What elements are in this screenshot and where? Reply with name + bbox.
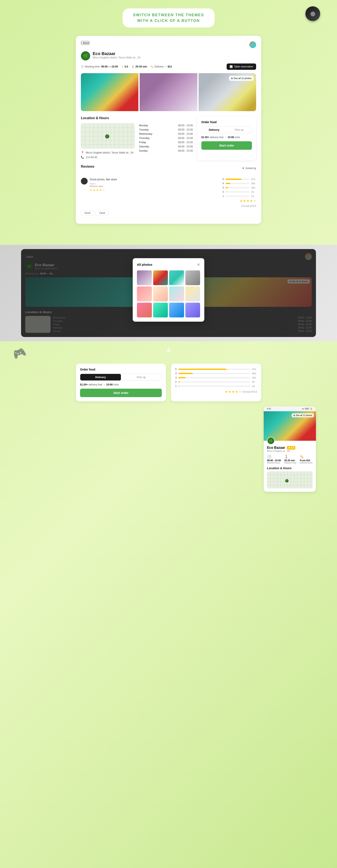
- modal-photo-11[interactable]: [169, 303, 184, 318]
- restaurant-logo: 🌿: [81, 51, 90, 61]
- reviews-section: Reviews ▼ Sorted by Good prices, like st…: [81, 165, 256, 219]
- location-hours-section: Location & Hours 📍 📍 Mirzo-Ulugbek distr…: [81, 116, 193, 160]
- dark-card-wrapper: ‹ Back 🌿 Eco Bazaar Mirzo-Ulugbek distri…: [21, 249, 316, 337]
- rating-bar-fill-comp: [178, 377, 186, 378]
- headline-line1: SWITCH BETWEEN THE THEMES: [133, 13, 204, 17]
- table-reservation-label: Table reservation: [234, 65, 253, 68]
- rating-summary-text: 4.0 out of 5.0: [242, 390, 257, 393]
- delivery-free-label: delivery free: [210, 136, 224, 139]
- delivery-time-range: 10-90: [228, 136, 234, 139]
- rating-bar-fill: [226, 187, 228, 188]
- modal-photo-8[interactable]: [186, 286, 200, 301]
- clear-label: Clear: [99, 212, 105, 214]
- modal-title: All photos: [137, 263, 152, 266]
- working-hours-label: Working time:: [85, 65, 100, 68]
- mobile-dprice-label: Delivery price: [300, 462, 312, 464]
- mobile-delivery-price-stat: 🏷️ From $12 Delivery price: [300, 455, 312, 464]
- all-photos-modal[interactable]: All photos ✕: [133, 258, 204, 322]
- delivery-label: Delivery —: [155, 65, 167, 68]
- rating-bar-row: 2 2%: [223, 190, 256, 193]
- os1: ★: [240, 199, 243, 203]
- grid-icon: ⊞: [231, 77, 233, 80]
- hours-side: Monday08:00 - 23:00Tuesday08:00 - 23:00W…: [139, 123, 193, 160]
- top-decoration-orb: ⬤: [305, 6, 320, 21]
- photo-1[interactable]: [81, 73, 138, 111]
- modal-photo-2[interactable]: [153, 270, 168, 285]
- modal-close-button[interactable]: ✕: [197, 262, 200, 267]
- modal-photo-9[interactable]: [137, 303, 152, 318]
- mobile-stats: 🕐 09:00 - 23:00 Worked hours 🚶 25-35 min…: [267, 455, 312, 464]
- review-actions: Send Clear: [81, 210, 256, 216]
- rating-bar-row-comp: 2 2%: [175, 380, 257, 383]
- back-chevron-icon: ‹: [81, 41, 82, 44]
- address-text: Mirzo-Ulugbek district, Temur Malik str.…: [86, 151, 134, 154]
- overall-rating-text: 4.0 out of 5.0: [223, 205, 256, 208]
- order-title: Order food: [201, 120, 252, 124]
- modal-photo-7[interactable]: [169, 286, 184, 301]
- sort-button[interactable]: ▼ Sorted by: [242, 167, 256, 170]
- modal-photo-10[interactable]: [153, 303, 168, 318]
- rating-bar-fill: [226, 183, 230, 184]
- see-all-photos-button[interactable]: ⊞ See all 12 photos: [229, 76, 254, 81]
- mobile-see-all[interactable]: ⊞ See all 12 photos: [292, 413, 314, 417]
- mobile-clock-icon: 🕐: [267, 455, 281, 459]
- photo-2[interactable]: [140, 73, 197, 111]
- modal-photo-6[interactable]: [153, 286, 168, 301]
- order-comp-title: Order food: [80, 368, 162, 371]
- hours-row: Thursday08:00 - 23:00: [139, 136, 193, 140]
- battery-icon: 🔋: [310, 408, 312, 410]
- rating-bars-comp: 5 67% 4 20% 3 10% 2: [175, 368, 257, 388]
- order-tabs: Delivery Pick up: [80, 374, 162, 381]
- start-order-button[interactable]: Start order: [201, 141, 252, 150]
- deco-section: ★ 🎮: [0, 341, 337, 359]
- theme-headline-box: SWITCH BETWEEN THE THEMES WITH A CLICK O…: [123, 8, 215, 27]
- reviewer-avatar: [81, 178, 88, 185]
- mobile-location-title: Location & Hours: [267, 466, 312, 470]
- hours-row: Tuesday08:00 - 23:00: [139, 128, 193, 132]
- table-icon: ⬜: [230, 65, 233, 68]
- order-delivery-tab[interactable]: Delivery: [80, 374, 121, 380]
- clock-icon: 🕐: [81, 65, 84, 68]
- summary-stars: ★ ★ ★ ★ ★: [225, 390, 241, 394]
- restaurant-main-card: ‹ Back 🌿 Eco Bazaar Mirzo-Ulugbek distri…: [76, 36, 261, 224]
- order-arrow: →: [103, 383, 106, 386]
- reviewer-name-label: Name: [90, 183, 220, 185]
- review-text: Good prices, like store: [90, 178, 220, 181]
- modal-photo-12[interactable]: [186, 303, 200, 318]
- os5: ★: [253, 199, 256, 203]
- modal-photo-5[interactable]: [137, 286, 152, 301]
- hours-row: Monday08:00 - 23:00: [139, 123, 193, 128]
- pickup-tab[interactable]: Pick up: [227, 127, 252, 133]
- send-button[interactable]: Send: [81, 210, 94, 216]
- rating-bar-bg: [226, 187, 249, 188]
- map-placeholder[interactable]: 📍: [81, 123, 135, 149]
- mobile-grid-icon: ⊞: [293, 414, 295, 416]
- delivery-tab[interactable]: Delivery: [202, 127, 227, 133]
- rating-bar-row: 1 1%: [223, 195, 256, 197]
- table-reservation-button[interactable]: ⬜ Table reservation: [227, 63, 256, 70]
- phone-detail: 📞 113-40-40: [81, 156, 135, 159]
- rating-summary: ★ ★ ★ ★ ★ 4.0 out of 5.0: [175, 390, 257, 394]
- star2: ★: [93, 188, 96, 192]
- components-grid: Order food Delivery Pick up $1.00+ deliv…: [76, 364, 261, 401]
- section-light-theme: ‹ Back 🌿 Eco Bazaar Mirzo-Ulugbek distri…: [0, 32, 337, 232]
- delivery-price-meta: 🏷️ Delivery — $12: [150, 65, 172, 68]
- restaurant-text-info: Eco Bazaar Mirzo-Ulugbek district, Temur…: [93, 51, 140, 59]
- modal-photo-4[interactable]: [186, 270, 200, 285]
- review-content: Good prices, like store Name Antonio Jao…: [81, 178, 256, 208]
- delivery-time-meta: 🚶 25-35 min: [131, 65, 147, 68]
- restaurant-address: Mirzo-Ulugbek district, Temur Malik str.…: [93, 56, 140, 59]
- order-start-label: Start order: [113, 391, 129, 395]
- rating-bar-bg: [226, 183, 249, 184]
- map-side: 📍 📍 Mirzo-Ulugbek district, Temur Malik …: [81, 123, 135, 160]
- clear-button[interactable]: Clear: [96, 210, 109, 216]
- order-start-button[interactable]: Start order: [80, 389, 162, 397]
- person-icon: 🚶: [131, 65, 135, 68]
- modal-photo-1[interactable]: [137, 270, 152, 285]
- user-avatar: [249, 41, 256, 48]
- back-button[interactable]: ‹ Back: [81, 41, 90, 45]
- rating-bar-row-comp: 3 10%: [175, 376, 257, 379]
- order-pickup-tab[interactable]: Pick up: [121, 374, 162, 380]
- modal-photo-3[interactable]: [169, 270, 184, 285]
- rating-value: 5.0: [125, 65, 128, 68]
